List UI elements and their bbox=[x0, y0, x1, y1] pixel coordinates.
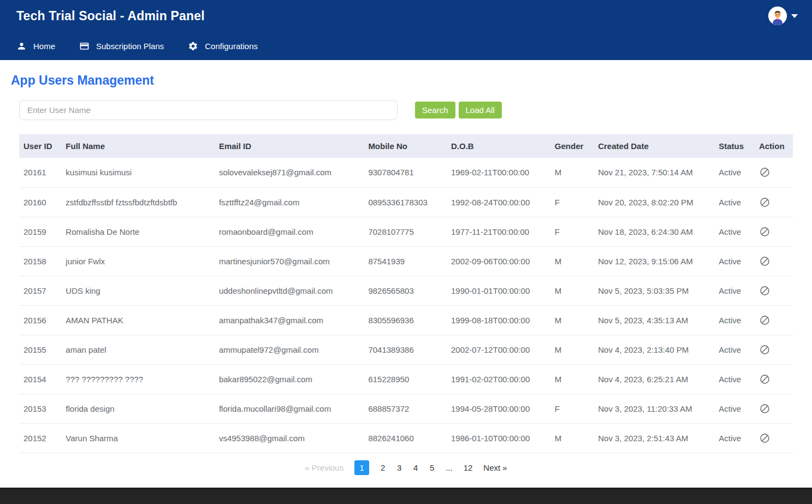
ban-icon[interactable] bbox=[759, 315, 770, 326]
status-badge: Active bbox=[715, 364, 756, 394]
cell-created-date: Nov 4, 2023, 6:25:21 AM bbox=[595, 364, 715, 394]
col-user-id: User ID bbox=[19, 134, 62, 158]
cell-full-name: Romalisha De Norte bbox=[62, 217, 216, 246]
cell-full-name: kusimusi kusimusi bbox=[62, 158, 216, 187]
cell-full-name: ??? ????????? ???? bbox=[62, 364, 216, 394]
col-dob: D.O.B bbox=[448, 134, 552, 158]
search-button[interactable]: Search bbox=[415, 102, 455, 118]
table-body: 20161 kusimusi kusimusi solovevaleksej87… bbox=[19, 158, 793, 453]
cell-dob: 1986-01-10T00:00:00 bbox=[448, 423, 552, 453]
search-input[interactable] bbox=[19, 100, 398, 120]
pagination-page-12[interactable]: 12 bbox=[464, 463, 473, 472]
ban-icon[interactable] bbox=[759, 344, 770, 355]
table-row: 20159 Romalisha De Norte romaonboard@gma… bbox=[19, 217, 793, 246]
col-status: Status bbox=[715, 134, 756, 158]
cell-created-date: Nov 21, 2023, 7:50:14 AM bbox=[595, 158, 715, 187]
nav-label-home: Home bbox=[33, 41, 55, 51]
status-badge: Active bbox=[715, 335, 756, 364]
col-email-id: Email ID bbox=[216, 134, 365, 158]
table-row: 20152 Varun Sharma vs4953988@gmail.com 8… bbox=[19, 423, 793, 453]
cell-email: florida.mucollari98@gmail.com bbox=[216, 394, 365, 423]
cell-dob: 1977-11-21T00:00:00 bbox=[448, 217, 552, 246]
cell-user-id: 20160 bbox=[19, 187, 62, 217]
cell-email: vs4953988@gmail.com bbox=[216, 423, 365, 453]
cell-mobile: 615228950 bbox=[365, 364, 448, 394]
cell-action bbox=[756, 394, 793, 423]
cell-gender: M bbox=[552, 305, 595, 335]
ban-icon[interactable] bbox=[759, 403, 770, 414]
cell-gender: M bbox=[552, 158, 595, 187]
cell-email: solovevaleksej871@gmail.com bbox=[216, 158, 365, 187]
table-row: 20161 kusimusi kusimusi solovevaleksej87… bbox=[19, 158, 793, 187]
status-badge: Active bbox=[715, 394, 756, 423]
cell-dob: 2002-09-06T00:00:00 bbox=[448, 246, 552, 276]
status-badge: Active bbox=[715, 246, 756, 276]
nav-label-configurations: Configurations bbox=[205, 41, 258, 51]
cell-user-id: 20161 bbox=[19, 158, 62, 187]
col-gender: Gender bbox=[552, 134, 595, 158]
col-full-name: Full Name bbox=[62, 134, 216, 158]
cell-action bbox=[756, 158, 793, 187]
cell-mobile: 9826565803 bbox=[365, 276, 448, 305]
cell-full-name: Varun Sharma bbox=[62, 423, 216, 453]
profile-menu[interactable] bbox=[768, 7, 798, 25]
status-badge: Active bbox=[715, 187, 756, 217]
ban-icon[interactable] bbox=[759, 197, 770, 208]
pagination-page-4[interactable]: 4 bbox=[413, 463, 418, 472]
pagination-page-5[interactable]: 5 bbox=[429, 463, 435, 472]
cell-full-name: junior Fwlx bbox=[62, 246, 216, 276]
table-row: 20155 aman patel ammupatel972@gmail.com … bbox=[19, 335, 793, 364]
ban-icon[interactable] bbox=[759, 432, 770, 444]
status-badge: Active bbox=[715, 276, 756, 305]
cell-action bbox=[756, 246, 793, 276]
cell-dob: 2002-07-12T00:00:00 bbox=[448, 335, 552, 364]
cell-action bbox=[756, 364, 793, 394]
cell-full-name: UDS king bbox=[62, 276, 216, 305]
cell-email: uddeshonlinepvtltd@gmail.com bbox=[216, 276, 365, 305]
ban-icon[interactable] bbox=[759, 226, 770, 238]
pagination-next[interactable]: Next » bbox=[483, 463, 507, 472]
load-all-button[interactable]: Load All bbox=[459, 102, 502, 118]
col-mobile-no: Mobile No bbox=[365, 134, 448, 158]
pagination-page-3[interactable]: 3 bbox=[396, 463, 402, 472]
cell-gender: M bbox=[552, 364, 595, 394]
table-row: 20156 AMAN PATHAK amanpathak347@gmail.co… bbox=[19, 305, 793, 335]
cell-full-name: AMAN PATHAK bbox=[62, 305, 216, 335]
gear-icon bbox=[188, 41, 198, 51]
ban-icon[interactable] bbox=[759, 256, 770, 267]
nav-item-subscription-plans[interactable]: Subscription Plans bbox=[79, 41, 164, 51]
cell-gender: F bbox=[552, 217, 595, 246]
cell-created-date: Nov 18, 2023, 6:24:30 AM bbox=[595, 217, 715, 246]
status-badge: Active bbox=[715, 158, 756, 187]
ban-icon[interactable] bbox=[759, 285, 770, 297]
cell-full-name: florida design bbox=[62, 394, 216, 423]
credit-card-icon bbox=[79, 41, 90, 51]
page-title: App Users Management bbox=[11, 73, 812, 88]
nav-item-configurations[interactable]: Configurations bbox=[188, 41, 258, 51]
nav-item-home[interactable]: Home bbox=[16, 41, 55, 51]
cell-mobile: 8826241060 bbox=[365, 423, 448, 453]
ban-icon[interactable] bbox=[759, 373, 770, 385]
cell-mobile: 688857372 bbox=[365, 394, 448, 423]
ban-icon[interactable] bbox=[759, 167, 770, 178]
search-row: Search Load All bbox=[19, 100, 793, 120]
cell-dob: 1992-08-24T00:00:00 bbox=[448, 187, 552, 217]
app-footer bbox=[0, 488, 812, 504]
nav-label-subscription-plans: Subscription Plans bbox=[96, 41, 164, 51]
cell-user-id: 20154 bbox=[19, 364, 62, 394]
topbar: Tech Trial Social - Admin Panel bbox=[0, 0, 812, 32]
chevron-down-icon[interactable] bbox=[791, 14, 798, 18]
cell-action bbox=[756, 187, 793, 217]
table-row: 20160 zstfdbzffsstbf fztssfbdtzftdsbtfb … bbox=[19, 187, 793, 217]
pagination-page-1[interactable]: 1 bbox=[354, 460, 369, 475]
table-header: User ID Full Name Email ID Mobile No D.O… bbox=[19, 134, 793, 158]
pagination-previous[interactable]: « Previous bbox=[305, 463, 343, 472]
cell-created-date: Nov 20, 2023, 8:02:20 PM bbox=[595, 187, 715, 217]
pagination-ellipsis: ... bbox=[446, 463, 453, 472]
users-table: User ID Full Name Email ID Mobile No D.O… bbox=[19, 134, 793, 453]
cell-full-name: zstfdbzffsstbf fztssfbdtzftdsbtfb bbox=[62, 187, 216, 217]
avatar[interactable] bbox=[768, 7, 787, 25]
pagination-page-2[interactable]: 2 bbox=[380, 463, 386, 472]
cell-created-date: Nov 4, 2023, 2:13:40 PM bbox=[595, 335, 715, 364]
cell-dob: 1999-08-18T00:00:00 bbox=[448, 305, 552, 335]
